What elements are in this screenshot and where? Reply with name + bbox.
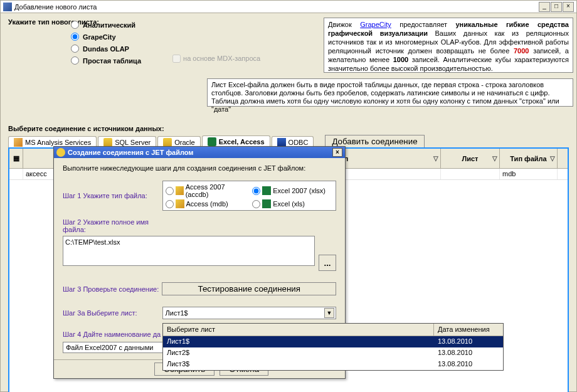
excel-icon	[262, 186, 271, 195]
filename-textarea[interactable]: C:\TEMP\test.xlsx	[63, 236, 315, 266]
key-icon	[176, 199, 184, 208]
browse-button[interactable]: ...	[319, 255, 336, 271]
grid-header-sheet[interactable]: Лист▽	[441, 149, 500, 168]
file-type-group: Access 2007 (accdb) Excel 2007 (xlsx) Ac…	[162, 181, 336, 211]
dropdown-header-date: Дата изменения	[434, 324, 503, 336]
window-title: Добавление нового листа	[14, 3, 97, 11]
mdx-checkbox: на основе MDX-запроса	[172, 48, 260, 68]
odbc-icon	[277, 138, 286, 147]
database-icon	[103, 138, 112, 147]
close-button[interactable]: ×	[563, 2, 574, 12]
excel-icon	[262, 199, 271, 208]
dialog-close-button[interactable]: ×	[332, 148, 342, 157]
step3-label: Шаг 3 Проверьте соединение:	[63, 285, 162, 293]
dialog-titlebar: Создание соединения с JET файлом ×	[54, 147, 345, 158]
filter-icon[interactable]: ▽	[550, 155, 555, 162]
filter-icon[interactable]: ▽	[433, 155, 438, 162]
filetype-accdb[interactable]: Access 2007 (accdb)	[166, 183, 246, 198]
dropdown-header-sheet: Выберите лист	[163, 324, 434, 336]
step4-label: Шаг 4 Дайте наименование да	[63, 331, 163, 338]
connection-name-input[interactable]	[63, 342, 163, 353]
cube-icon	[14, 138, 23, 147]
test-connection-button[interactable]: Тестирование соединения	[162, 282, 336, 295]
radio-simple[interactable]: Простая таблица	[71, 56, 141, 65]
maximize-button[interactable]: □	[551, 2, 562, 12]
grid-header-filetype[interactable]: Тип файла▽	[500, 149, 558, 168]
dropdown-item[interactable]: Лист3$13.08.2010	[163, 359, 503, 370]
excel-icon	[208, 137, 216, 146]
connection-heading: Выберите соединение с источником данных:	[8, 125, 569, 132]
step3a-label: Шаг 3а Выберите лист:	[63, 309, 162, 317]
titlebar: Добавление нового листа _ □ ×	[1, 1, 576, 13]
app-icon	[3, 3, 12, 11]
filetype-xls[interactable]: Excel (xls)	[252, 199, 333, 208]
filter-icon[interactable]: ▽	[492, 155, 497, 162]
chevron-down-icon: ▼	[324, 308, 334, 318]
radio-analytic[interactable]: Аналитический	[71, 21, 141, 29]
step1-label: Шаг 1 Укажите тип файла:	[63, 192, 162, 199]
grapecity-link[interactable]: GrapeCity	[360, 21, 391, 28]
database-icon	[163, 138, 172, 147]
key-icon	[176, 186, 184, 195]
filetype-xlsx[interactable]: Excel 2007 (xlsx)	[252, 183, 333, 198]
info-grapecity: Движок GrapeCity предоставляет уникальны…	[324, 18, 573, 73]
filetype-mdb[interactable]: Access (mdb)	[166, 199, 246, 208]
minimize-button[interactable]: _	[539, 2, 550, 12]
radio-grapecity[interactable]: GrapeCity	[71, 33, 141, 41]
dropdown-item[interactable]: Лист2$13.08.2010	[163, 347, 503, 359]
radio-dundas[interactable]: Dundas OLAP	[71, 45, 141, 53]
grid-header-select[interactable]: ▦	[9, 149, 23, 168]
dropdown-item[interactable]: Лист1$13.08.2010	[163, 336, 503, 347]
info-excel-sheet: Лист Excel-файла должен быть в виде прос…	[207, 78, 573, 107]
key-icon	[56, 148, 65, 157]
sheet-dropdown-popup: Выберите лист Дата изменения Лист1$13.08…	[162, 323, 504, 371]
dialog-intro: Выполните нижеследующие шаги для создани…	[63, 164, 336, 172]
sheet-select[interactable]: Лист1$ ▼	[162, 307, 336, 319]
step2-label: Шаг 2 Укажите полное имя файла:	[63, 218, 163, 233]
